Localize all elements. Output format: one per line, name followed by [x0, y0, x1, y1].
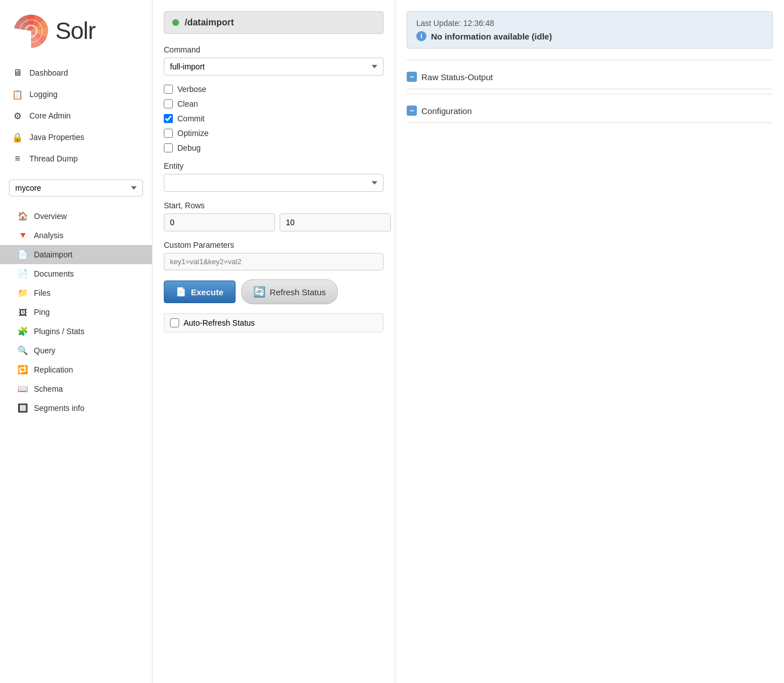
dataimport-title: /dataimport	[185, 17, 234, 28]
start-rows-label: Start, Rows	[164, 201, 384, 210]
core-select[interactable]: mycore	[9, 179, 143, 196]
sidebar-item-overview[interactable]: 🏠 Overview	[0, 207, 152, 226]
sidebar-item-thread-dump[interactable]: ≡ Thread Dump	[0, 148, 152, 169]
clean-checkbox[interactable]	[164, 99, 173, 108]
commit-checkbox-row: Commit	[164, 114, 384, 123]
command-group: Command full-import delta-import status …	[164, 45, 384, 76]
sidebar-item-label: Thread Dump	[29, 154, 78, 163]
entity-select[interactable]	[164, 174, 384, 192]
start-rows-group: Start, Rows	[164, 201, 384, 231]
configuration-header[interactable]: − Configuration	[407, 106, 773, 116]
sidebar-item-label: Ping	[34, 308, 50, 317]
solr-logo-icon	[11, 11, 51, 51]
refresh-status-button[interactable]: 🔄 Refresh Status	[241, 279, 338, 304]
core-admin-icon: ⚙	[11, 110, 24, 122]
start-input[interactable]	[164, 213, 275, 231]
auto-refresh-row: Auto-Refresh Status	[164, 313, 384, 332]
refresh-icon: 🔄	[253, 286, 265, 298]
verbose-checkbox[interactable]	[164, 85, 173, 94]
divider-2	[407, 94, 773, 94]
plugins-icon: 🧩	[17, 326, 28, 337]
execute-label: Execute	[191, 287, 224, 297]
sidebar-item-core-admin[interactable]: ⚙ Core Admin	[0, 105, 152, 126]
auto-refresh-checkbox[interactable]	[170, 318, 179, 327]
raw-status-label: Raw Status-Output	[421, 72, 493, 82]
commit-label[interactable]: Commit	[177, 114, 204, 123]
verbose-label[interactable]: Verbose	[177, 85, 206, 94]
checkboxes-group: Verbose Clean Commit Optimize Debug	[164, 85, 384, 152]
debug-label[interactable]: Debug	[177, 143, 201, 152]
last-update-line: Last Update: 12:36:48	[416, 19, 763, 28]
execute-icon: 📄	[176, 287, 186, 297]
dataimport-header: /dataimport	[164, 11, 384, 34]
status-dot	[172, 19, 179, 26]
sidebar-item-dataimport[interactable]: 📄 Dataimport	[0, 245, 152, 264]
overview-icon: 🏠	[17, 211, 28, 222]
sidebar-item-files[interactable]: 📁 Files	[0, 283, 152, 303]
sidebar-item-label: Dashboard	[29, 68, 68, 77]
sidebar-item-dashboard[interactable]: 🖥 Dashboard	[0, 62, 152, 84]
custom-params-group: Custom Parameters	[164, 240, 384, 270]
sidebar-item-label: Logging	[29, 90, 58, 99]
ping-icon: 🖼	[17, 307, 28, 318]
custom-params-label: Custom Parameters	[164, 240, 384, 249]
sidebar-item-label: Files	[34, 288, 51, 297]
sidebar-item-analysis[interactable]: 🔻 Analysis	[0, 226, 152, 245]
commit-checkbox[interactable]	[164, 114, 173, 123]
entity-label: Entity	[164, 161, 384, 170]
sidebar-item-plugins-stats[interactable]: 🧩 Plugins / Stats	[0, 322, 152, 341]
command-label: Command	[164, 45, 384, 54]
info-icon: i	[416, 31, 426, 41]
right-panel: Last Update: 12:36:48 i No information a…	[395, 0, 784, 683]
rows-input[interactable]	[280, 213, 391, 231]
schema-icon: 📖	[17, 383, 28, 395]
sidebar-item-query[interactable]: 🔍 Query	[0, 341, 152, 360]
optimize-label[interactable]: Optimize	[177, 129, 208, 138]
collapse-configuration-icon[interactable]: −	[407, 106, 417, 116]
auto-refresh-label[interactable]: Auto-Refresh Status	[184, 318, 255, 327]
sidebar-item-label: Dataimport	[34, 250, 72, 259]
sidebar-item-documents[interactable]: 📄 Documents	[0, 264, 152, 283]
sidebar-item-label: Java Properties	[29, 133, 84, 142]
core-selector-container: mycore	[9, 179, 143, 196]
sidebar-item-logging[interactable]: 📋 Logging	[0, 84, 152, 105]
clean-label[interactable]: Clean	[177, 99, 198, 108]
sidebar-item-label: Query	[34, 346, 55, 355]
sidebar-item-label: Replication	[34, 365, 73, 374]
sidebar-item-label: Core Admin	[29, 111, 71, 120]
configuration-section: − Configuration	[407, 99, 773, 123]
optimize-checkbox-row: Optimize	[164, 129, 384, 138]
clean-checkbox-row: Clean	[164, 99, 384, 108]
sub-nav: 🏠 Overview 🔻 Analysis 📄 Dataimport 📄 Doc…	[0, 201, 152, 423]
logo-area: Solr	[0, 0, 152, 56]
sidebar-item-segments-info[interactable]: 🔲 Segments info	[0, 399, 152, 418]
status-card: Last Update: 12:36:48 i No information a…	[407, 11, 773, 49]
java-properties-icon: 🔒	[11, 131, 24, 143]
sidebar-item-java-properties[interactable]: 🔒 Java Properties	[0, 126, 152, 148]
action-buttons: 📄 Execute 🔄 Refresh Status	[164, 279, 384, 304]
sidebar-item-ping[interactable]: 🖼 Ping	[0, 303, 152, 322]
last-update-time: 12:36:48	[463, 19, 494, 28]
debug-checkbox[interactable]	[164, 143, 173, 152]
custom-params-input[interactable]	[164, 253, 384, 270]
center-panel: /dataimport Command full-import delta-im…	[153, 0, 395, 683]
optimize-checkbox[interactable]	[164, 129, 173, 138]
last-update-label: Last Update:	[416, 19, 461, 28]
sidebar-item-label: Analysis	[34, 231, 63, 240]
sidebar-item-label: Documents	[34, 269, 74, 278]
command-select[interactable]: full-import delta-import status reload-c…	[164, 58, 384, 76]
entity-group: Entity	[164, 161, 384, 192]
status-message-row: i No information available (idle)	[416, 31, 763, 41]
collapse-raw-status-icon[interactable]: −	[407, 72, 417, 82]
analysis-icon: 🔻	[17, 230, 28, 241]
dashboard-icon: 🖥	[11, 67, 24, 79]
sidebar-item-label: Plugins / Stats	[34, 327, 85, 336]
sidebar-item-schema[interactable]: 📖 Schema	[0, 379, 152, 399]
sidebar-item-replication[interactable]: 🔁 Replication	[0, 360, 152, 379]
thread-dump-icon: ≡	[11, 152, 24, 165]
start-rows-inputs	[164, 213, 384, 231]
raw-status-header[interactable]: − Raw Status-Output	[407, 72, 773, 82]
execute-button[interactable]: 📄 Execute	[164, 281, 236, 303]
query-icon: 🔍	[17, 345, 28, 356]
main-content: /dataimport Command full-import delta-im…	[153, 0, 784, 683]
